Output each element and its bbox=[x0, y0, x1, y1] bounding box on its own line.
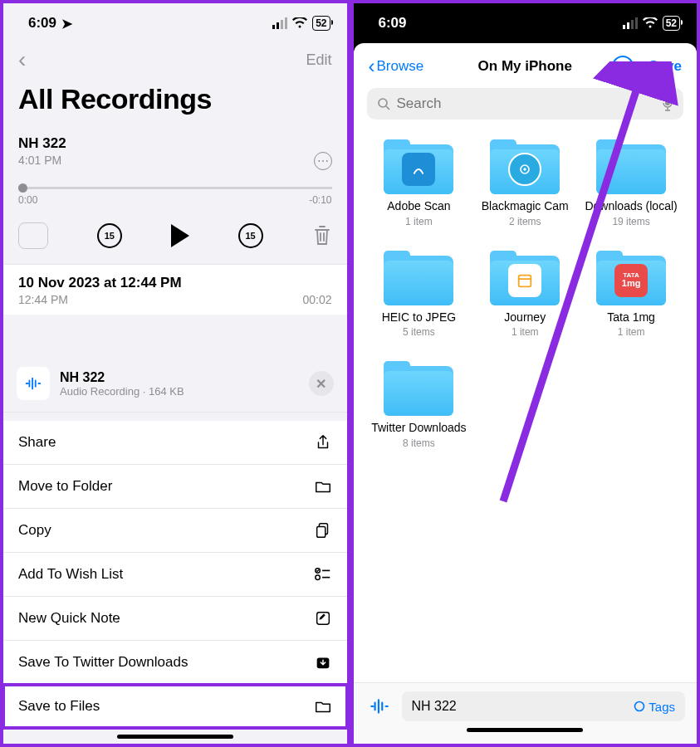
trash-icon[interactable] bbox=[312, 224, 332, 247]
audio-file-icon bbox=[365, 692, 394, 720]
status-indicators: 52 bbox=[272, 16, 330, 31]
folder-name: Adobe Scan bbox=[387, 199, 450, 214]
note-icon bbox=[314, 609, 332, 627]
save-button[interactable]: Save bbox=[649, 58, 682, 75]
voice-memos-screen: 6:09 ➤ 52 ‹ Edit All Recordings NH 322 4… bbox=[0, 0, 350, 747]
files-footer: NH 322 Tags bbox=[354, 682, 698, 744]
status-time: 6:09 bbox=[379, 15, 407, 32]
folder-count: 1 item bbox=[512, 326, 539, 338]
action-label: Copy bbox=[18, 522, 51, 539]
edit-button[interactable]: Edit bbox=[306, 51, 331, 69]
share-action[interactable]: Share bbox=[3, 421, 347, 465]
folder-name: HEIC to JPEG bbox=[382, 310, 456, 325]
share-icon bbox=[314, 433, 332, 452]
recording-time: 4:01 PM bbox=[18, 154, 332, 167]
home-indicator[interactable] bbox=[117, 735, 233, 739]
download-box-icon bbox=[314, 653, 332, 671]
folder-grid: Adobe Scan 1 item Blackmagic Cam 2 items… bbox=[354, 131, 698, 457]
filename-field[interactable]: NH 322 Tags bbox=[402, 691, 686, 721]
list-check-icon bbox=[314, 565, 332, 583]
svg-rect-13 bbox=[519, 275, 531, 286]
folder-tata-1mg[interactable]: TATA1mg Tata 1mg 1 item bbox=[580, 251, 682, 339]
folder-twitter-downloads[interactable]: Twitter Downloads 8 items bbox=[369, 361, 470, 449]
save-to-files-action[interactable]: Save to Files bbox=[3, 685, 347, 728]
timeline-track[interactable] bbox=[18, 187, 332, 189]
nav-bar: ‹ Edit bbox=[3, 40, 347, 80]
skip-forward-button[interactable]: 15 bbox=[238, 223, 263, 248]
action-label: Save To Twitter Downloads bbox=[18, 654, 188, 671]
tag-icon bbox=[634, 701, 645, 712]
folder-icon bbox=[314, 477, 332, 496]
battery-icon: 52 bbox=[663, 16, 680, 31]
svg-rect-1 bbox=[316, 526, 325, 537]
folder-count: 2 items bbox=[509, 216, 541, 227]
playback-timeline[interactable]: 0:00 -0:10 bbox=[3, 172, 347, 208]
copy-action[interactable]: Copy bbox=[3, 509, 347, 553]
browse-back-button[interactable]: ‹ Browse bbox=[369, 55, 424, 78]
quick-note-action[interactable]: New Quick Note bbox=[3, 597, 347, 641]
folder-icon bbox=[314, 697, 332, 715]
files-nav: ‹ Browse On My iPhone ⋯ Save bbox=[354, 43, 698, 88]
folder-icon bbox=[490, 139, 560, 194]
folder-count: 8 items bbox=[403, 437, 435, 449]
playback-controls: 15 15 bbox=[3, 208, 347, 264]
action-label: Share bbox=[18, 434, 56, 451]
audio-file-icon bbox=[17, 367, 50, 400]
more-options-icon[interactable]: ⋯ bbox=[314, 152, 332, 170]
files-modal: ‹ Browse On My iPhone ⋯ Save Adobe Scan … bbox=[354, 43, 698, 744]
folder-icon bbox=[384, 251, 453, 305]
search-input[interactable] bbox=[397, 95, 656, 112]
svg-point-4 bbox=[315, 575, 320, 580]
play-button[interactable] bbox=[171, 224, 189, 247]
recording-duration: 00:02 bbox=[302, 293, 331, 306]
folder-count: 1 item bbox=[405, 216, 433, 227]
folder-blackmagic-cam[interactable]: Blackmagic Cam 2 items bbox=[474, 139, 575, 227]
folder-downloads-local[interactable]: Downloads (local) 19 items bbox=[580, 139, 682, 227]
wifi-icon bbox=[643, 17, 658, 29]
folder-icon bbox=[384, 361, 453, 416]
copy-icon bbox=[314, 521, 332, 540]
recording-name: NH 322 bbox=[18, 135, 332, 152]
recording-item[interactable]: 10 Nov 2023 at 12:44 PM 12:44 PM 00:02 bbox=[3, 264, 347, 315]
signal-icon bbox=[623, 17, 638, 29]
wish-list-action[interactable]: Add To Wish List bbox=[3, 553, 347, 597]
filename-text: NH 322 bbox=[412, 699, 457, 714]
svg-rect-6 bbox=[316, 613, 329, 625]
status-indicators: 52 bbox=[623, 16, 680, 31]
status-time: 6:09 bbox=[28, 15, 56, 32]
files-picker-screen: 6:09 52 ‹ Browse On My iPhone ⋯ Save bbox=[350, 0, 701, 747]
home-indicator[interactable] bbox=[467, 728, 583, 732]
back-chevron-icon[interactable]: ‹ bbox=[18, 46, 26, 73]
folder-count: 5 items bbox=[403, 326, 435, 338]
folder-heic-to-jpeg[interactable]: HEIC to JPEG 5 items bbox=[369, 251, 470, 339]
svg-point-8 bbox=[379, 99, 387, 107]
location-icon: ➤ bbox=[61, 16, 72, 32]
sheet-subtitle: Audio Recording · 164 KB bbox=[60, 385, 299, 398]
close-button[interactable]: ✕ bbox=[309, 371, 334, 396]
tags-button[interactable]: Tags bbox=[634, 700, 675, 714]
folder-icon bbox=[596, 139, 666, 194]
signal-icon bbox=[272, 17, 287, 29]
folder-adobe-scan[interactable]: Adobe Scan 1 item bbox=[369, 139, 470, 227]
folder-count: 19 items bbox=[612, 216, 649, 227]
location-title: On My iPhone bbox=[478, 58, 572, 75]
options-icon[interactable] bbox=[18, 222, 48, 249]
status-bar: 6:09 ➤ 52 bbox=[3, 3, 347, 40]
svg-rect-10 bbox=[665, 97, 670, 105]
twitter-downloads-action[interactable]: Save To Twitter Downloads bbox=[3, 641, 347, 685]
skip-back-button[interactable]: 15 bbox=[97, 223, 122, 248]
folder-journey[interactable]: Journey 1 item bbox=[474, 251, 575, 339]
action-label: Save to Files bbox=[18, 698, 100, 715]
sheet-actions: Share Move to Folder Copy Add To Wish Li… bbox=[3, 421, 347, 728]
svg-point-12 bbox=[524, 168, 526, 170]
search-field[interactable] bbox=[367, 88, 684, 120]
svg-line-9 bbox=[386, 106, 389, 110]
current-recording[interactable]: NH 322 4:01 PM ⋯ bbox=[3, 127, 347, 172]
sheet-title: NH 322 bbox=[60, 370, 299, 385]
more-options-button[interactable]: ⋯ bbox=[612, 56, 634, 77]
folder-count: 1 item bbox=[618, 326, 645, 338]
action-label: Move to Folder bbox=[18, 478, 112, 495]
recording-name: 10 Nov 2023 at 12:44 PM bbox=[18, 275, 332, 291]
move-to-folder-action[interactable]: Move to Folder bbox=[3, 465, 347, 509]
mic-icon[interactable] bbox=[662, 96, 673, 111]
